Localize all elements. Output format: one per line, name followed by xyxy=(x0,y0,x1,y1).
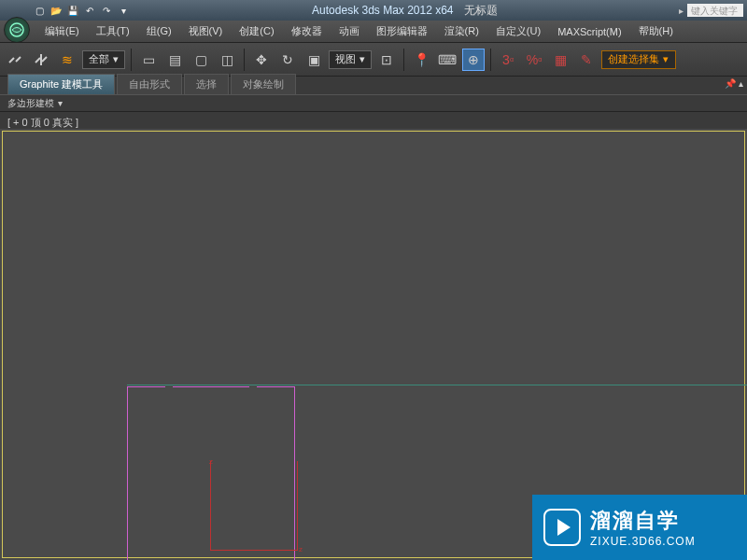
menu-customize[interactable]: 自定义(U) xyxy=(488,21,548,41)
ribbon-collapse-icon[interactable]: 📌 ▴ xyxy=(725,78,743,89)
menu-group[interactable]: 组(G) xyxy=(139,21,179,41)
gizmo-axis-label-2: z xyxy=(299,545,303,553)
select-object-icon[interactable]: ▭ xyxy=(137,49,160,71)
pivot-icon[interactable]: ⊡ xyxy=(375,49,398,71)
ribbon-tabs: Graphite 建模工具 自由形式 选择 对象绘制 xyxy=(0,77,747,95)
named-selection-dropdown[interactable]: 创建选择集▾ xyxy=(601,50,676,69)
app-name: Autodesk 3ds Max 2012 x64 xyxy=(312,4,453,17)
snap-2d-icon[interactable]: ⊕ xyxy=(462,49,485,71)
document-name: 无标题 xyxy=(464,4,498,17)
save-icon[interactable]: 💾 xyxy=(65,3,80,18)
menu-edit[interactable]: 编辑(E) xyxy=(37,21,87,41)
menu-tools[interactable]: 工具(T) xyxy=(89,21,137,41)
keyboard-shortcut-icon[interactable]: ⌨ xyxy=(436,49,458,71)
quick-access-toolbar: ▢ 📂 💾 ↶ ↷ ▾ xyxy=(32,3,131,18)
gizmo-axis-label-1: z xyxy=(209,457,213,466)
menu-help[interactable]: 帮助(H) xyxy=(631,21,681,41)
window-crossing-icon[interactable]: ◫ xyxy=(216,49,238,71)
menu-animation[interactable]: 动画 xyxy=(331,21,367,41)
watermark-title: 溜溜自学 xyxy=(590,507,696,535)
title-right: ▸ 键入关键字 xyxy=(679,4,743,17)
creation-gizmo[interactable]: z z xyxy=(210,461,298,551)
window-title: Autodesk 3ds Max 2012 x64 无标题 xyxy=(131,3,679,19)
chevron-down-icon: ▾ xyxy=(58,98,63,108)
refcoord-dropdown[interactable]: 视图▾ xyxy=(329,50,372,69)
select-region-rect-icon[interactable]: ▢ xyxy=(190,49,212,71)
play-icon xyxy=(543,509,581,546)
angle-snap-icon[interactable]: 3α xyxy=(497,49,519,71)
app-menu-button[interactable] xyxy=(4,17,30,43)
tab-selection[interactable]: 选择 xyxy=(184,74,229,94)
menu-create[interactable]: 创建(C) xyxy=(232,21,281,41)
tab-freeform[interactable]: 自由形式 xyxy=(117,74,182,94)
unlink-icon[interactable] xyxy=(30,49,52,71)
menu-rendering[interactable]: 渲染(R) xyxy=(437,21,486,41)
keyword-search-input[interactable]: 键入关键字 xyxy=(687,4,743,17)
ribbon-panel-label: 多边形建模 xyxy=(7,97,54,110)
link-icon[interactable] xyxy=(4,49,26,71)
qat-more-icon[interactable]: ▾ xyxy=(116,3,131,18)
open-icon[interactable]: 📂 xyxy=(49,3,63,18)
menu-graph[interactable]: 图形编辑器 xyxy=(369,21,435,41)
undo-icon[interactable]: ↶ xyxy=(82,3,97,18)
main-menu-bar: 编辑(E) 工具(T) 组(G) 视图(V) 创建(C) 修改器 动画 图形编辑… xyxy=(0,21,747,43)
horizon-line xyxy=(127,385,747,385)
tab-object-paint[interactable]: 对象绘制 xyxy=(231,74,296,94)
ribbon-panel-polygon[interactable]: 多边形建模 ▾ xyxy=(0,95,747,112)
scale-icon[interactable]: ▣ xyxy=(303,49,325,71)
watermark: 溜溜自学 ZIXUE.3D66.COM xyxy=(532,495,747,560)
menu-views[interactable]: 视图(V) xyxy=(181,21,231,41)
menu-maxscript[interactable]: MAXScript(M) xyxy=(550,23,628,40)
bind-icon[interactable]: ≋ xyxy=(56,49,78,71)
edit-named-icon[interactable]: ✎ xyxy=(575,49,598,71)
redo-icon[interactable]: ↷ xyxy=(99,3,114,18)
tab-graphite-modeling[interactable]: Graphite 建模工具 xyxy=(7,74,115,94)
move-icon[interactable]: ✥ xyxy=(250,49,273,71)
watermark-url: ZIXUE.3D66.COM xyxy=(590,535,696,548)
percent-snap-icon[interactable]: %α xyxy=(523,49,545,71)
search-caret-icon[interactable]: ▸ xyxy=(679,6,684,16)
spinner-snap-icon[interactable]: ▦ xyxy=(549,49,571,71)
new-icon[interactable]: ▢ xyxy=(32,3,47,18)
main-toolbar: ≋ 全部▾ ▭ ▤ ▢ ◫ ✥ ↻ ▣ 视图▾ ⊡ 📍 ⌨ ⊕ 3α %α ▦ … xyxy=(0,43,747,77)
select-manipulate-icon[interactable]: 📍 xyxy=(410,49,432,71)
rotate-icon[interactable]: ↻ xyxy=(276,49,299,71)
select-name-icon[interactable]: ▤ xyxy=(163,49,186,71)
selection-filter-dropdown[interactable]: 全部▾ xyxy=(82,50,125,69)
title-bar: ▢ 📂 💾 ↶ ↷ ▾ Autodesk 3ds Max 2012 x64 无标… xyxy=(0,0,747,21)
menu-modifiers[interactable]: 修改器 xyxy=(284,21,330,41)
